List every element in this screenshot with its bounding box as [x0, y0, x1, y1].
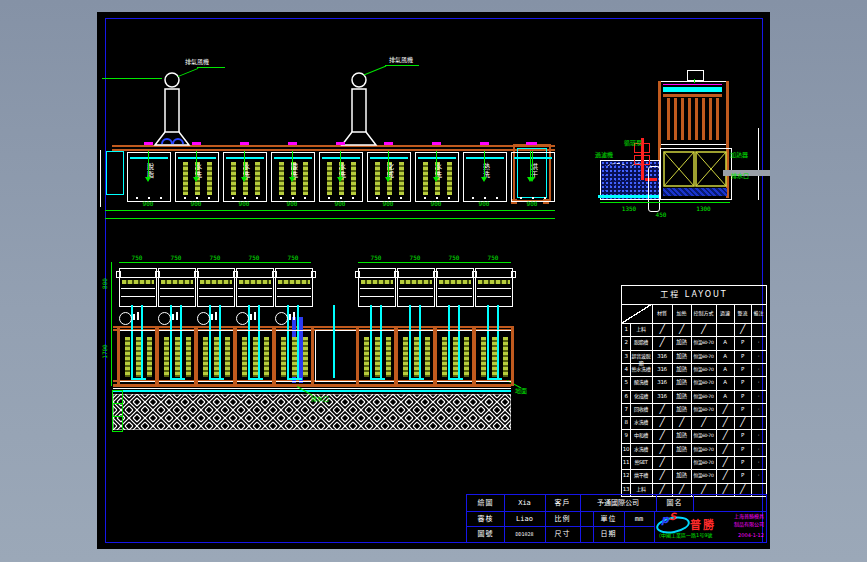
drain-leader-label: 排水口 — [311, 395, 329, 402]
pump-circle — [236, 312, 249, 325]
tank-post — [234, 326, 237, 386]
hood-line — [199, 277, 233, 278]
row-cell: 316 — [652, 353, 672, 360]
tank-post — [434, 326, 437, 386]
anode-plate — [442, 337, 447, 377]
row-cell: · — [751, 459, 766, 466]
hood-line — [121, 277, 155, 278]
floor-leader-label: 地面 — [515, 387, 527, 394]
hood-line — [160, 288, 194, 289]
name-label: 圖名 — [656, 499, 693, 507]
row-cell: ╱ — [652, 444, 672, 454]
layout-table-title: 工程 LAYOUT — [622, 288, 766, 300]
hood-dim-label: 750 — [158, 254, 194, 261]
tick — [113, 416, 122, 417]
hood-electrode-bar — [439, 280, 471, 284]
logo-company-line1: 上海普勝模具 — [710, 513, 764, 519]
row-cell: ╱ — [691, 417, 716, 427]
anode-plate — [292, 337, 297, 377]
row-cell: ╱ — [652, 470, 672, 480]
col-header: 過濾 — [716, 310, 734, 316]
hood-line — [399, 296, 433, 297]
anode-plate — [386, 337, 391, 377]
layout-table: 工程 LAYOUT 材質 加熱 控制方式 過濾 整流 備注 1上料╱╱╱╱2脫脂… — [621, 285, 767, 497]
table-row: 12烘干槽╱加熱恒溫60-70╱P· — [622, 469, 766, 483]
hood-box — [275, 268, 313, 307]
row-cell: 恒溫60-70 — [691, 406, 716, 413]
scale-label: 比例 — [545, 515, 580, 523]
row-cell: 加熱 — [672, 379, 691, 386]
logo-address: （中國工業區一路1号9號 — [656, 532, 728, 538]
process-tank — [158, 330, 197, 382]
tank-post — [511, 326, 514, 386]
row-cell: 加熱 — [672, 446, 691, 453]
row-cell: · — [751, 379, 766, 386]
anode-plate — [403, 337, 408, 377]
tank-post — [473, 326, 476, 386]
row-cell: 恒溫60-70 — [691, 393, 716, 400]
row-number: 6 — [622, 393, 630, 400]
hood-line — [199, 296, 233, 297]
process-tank — [358, 330, 397, 382]
row-cell: ╱ — [716, 457, 734, 467]
hood-dim-label: 750 — [436, 254, 472, 261]
col-header: 材質 — [652, 310, 672, 316]
tb-line — [693, 495, 694, 511]
row-number: 5 — [622, 379, 630, 386]
col-header: 整流 — [734, 310, 751, 316]
pump-glyph — [250, 314, 252, 320]
hood-box — [158, 268, 196, 307]
row-number: 1 — [622, 326, 630, 333]
row-cell: 恒溫60-70 — [691, 339, 716, 346]
row-cell: 恒溫60-70 — [691, 353, 716, 360]
drawing-canvas: 排氣風機 排氣風機 脫脂900水洗900水洗900酸洗900水洗900化成900… — [97, 12, 770, 549]
row-cell: · — [751, 339, 766, 346]
hood-box — [436, 268, 474, 307]
row-cell: A — [716, 379, 734, 386]
hood-line — [277, 296, 311, 297]
anode-plate — [464, 337, 469, 377]
anode-plate — [164, 337, 169, 377]
draw-label: 繪圖 — [467, 499, 504, 507]
row-cell: ╱ — [716, 430, 734, 440]
row-cell: 恒溫60-70 — [691, 432, 716, 439]
hood-dim-label: 750 — [397, 254, 433, 261]
hood-dim-label: 750 — [275, 254, 311, 261]
process-tank — [475, 330, 514, 382]
anode-plate — [253, 337, 258, 377]
row-cell: P — [734, 459, 751, 466]
anode-plate — [453, 337, 458, 377]
process-tank — [119, 330, 158, 382]
hood-line — [477, 277, 511, 278]
row-name: 脫脂槽 — [630, 339, 652, 346]
pump-glyph — [172, 314, 174, 320]
anode-plate — [303, 337, 308, 377]
row-cell: ╱ — [716, 470, 734, 480]
hood-electrode-bar — [239, 280, 271, 284]
hood-line — [477, 296, 511, 297]
row-cell: 加熱 — [672, 472, 691, 479]
logo-p: p — [661, 513, 669, 526]
hood-dim-label: 750 — [197, 254, 233, 261]
hood-electrode-bar — [200, 280, 232, 284]
hood-tab — [155, 271, 160, 278]
pump-circle — [119, 312, 132, 325]
process-tank — [315, 330, 357, 382]
row-cell: 加熱 — [672, 432, 691, 439]
row-cell: P — [734, 446, 751, 453]
hood-line — [238, 288, 272, 289]
anode-plate — [481, 337, 486, 377]
pump-glyph — [133, 314, 135, 320]
dim-800: 800 — [101, 278, 108, 289]
hood-line — [160, 277, 194, 278]
row-cell: · — [751, 366, 766, 373]
hood-line — [399, 288, 433, 289]
process-tank — [436, 330, 475, 382]
row-cell: 加熱 — [672, 353, 691, 360]
pump-glyph — [293, 312, 295, 320]
hood-box — [397, 268, 435, 307]
tank-post — [356, 326, 359, 386]
row-cell: ╱ — [652, 324, 672, 334]
table-corner-cell — [622, 304, 652, 323]
row-cell: ╱ — [734, 484, 751, 494]
